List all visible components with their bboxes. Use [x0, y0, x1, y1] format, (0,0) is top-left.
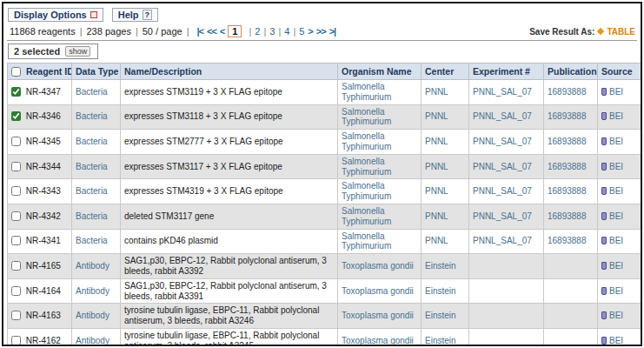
data-type-link[interactable]: Bacteria: [76, 211, 108, 221]
center-link[interactable]: PNNL: [425, 137, 448, 146]
reagent-description: expresses STM3117 + 3 X FLAG epitope: [124, 162, 282, 171]
col-header-center[interactable]: Center: [422, 64, 469, 80]
col-header-publication[interactable]: Publication: [544, 64, 598, 80]
reagent-id: NR-4164: [26, 286, 61, 296]
experiment-link[interactable]: PNNL_SAL_07: [473, 111, 532, 121]
organism-link[interactable]: Salmonella Typhimurium: [342, 131, 391, 151]
publication-link[interactable]: 16893888: [548, 137, 587, 146]
source-link[interactable]: BEI: [609, 336, 623, 345]
pagination-page-link[interactable]: 5: [299, 26, 304, 37]
source-link[interactable]: BEI: [609, 311, 623, 320]
data-type-link[interactable]: Bacteria: [76, 236, 108, 245]
organism-link[interactable]: Salmonella Typhimurium: [342, 82, 391, 102]
row-checkbox[interactable]: [11, 111, 21, 121]
row-checkbox[interactable]: [11, 236, 21, 245]
pagination-page-link[interactable]: 2: [255, 26, 260, 37]
data-type-link[interactable]: Antibody: [76, 311, 110, 320]
prev-page-button[interactable]: <: [220, 26, 224, 37]
organism-link[interactable]: Toxoplasma gondii: [342, 261, 414, 271]
source-link[interactable]: BEI: [609, 111, 623, 121]
col-header-name-description[interactable]: Name/Description: [121, 64, 338, 80]
organism-link[interactable]: Toxoplasma gondii: [342, 336, 414, 345]
source-link[interactable]: BEI: [609, 162, 623, 171]
fast-prev-button[interactable]: <<: [207, 26, 216, 37]
show-selected-button[interactable]: show: [65, 46, 90, 57]
col-header-reagent-id[interactable]: Reagent ID: [8, 64, 72, 80]
row-checkbox[interactable]: [11, 137, 21, 146]
center-link[interactable]: PNNL: [425, 162, 448, 171]
table-row: NR-4347 Bacteria expresses STM3119 + 3 X…: [8, 80, 641, 105]
row-checkbox[interactable]: [11, 261, 21, 271]
row-checkbox[interactable]: [11, 186, 21, 196]
next-page-button[interactable]: >: [308, 26, 312, 37]
center-link[interactable]: PNNL: [425, 211, 448, 221]
select-all-checkbox[interactable]: [11, 67, 21, 77]
center-link[interactable]: Einstein: [425, 336, 456, 345]
center-link[interactable]: Einstein: [425, 286, 456, 296]
save-as-table-link[interactable]: TABLE: [607, 27, 635, 37]
row-checkbox[interactable]: [11, 311, 21, 320]
experiment-link[interactable]: PNNL_SAL_07: [473, 211, 532, 221]
source-link[interactable]: BEI: [609, 211, 623, 221]
source-link[interactable]: BEI: [609, 261, 623, 271]
experiment-link[interactable]: PNNL_SAL_07: [473, 162, 532, 171]
experiment-link[interactable]: PNNL_SAL_07: [473, 87, 532, 97]
center-link[interactable]: PNNL: [425, 186, 448, 196]
display-options-button[interactable]: Display Options: [8, 8, 103, 22]
pagination-page-link[interactable]: 4: [284, 26, 289, 37]
center-link[interactable]: Einstein: [425, 261, 456, 271]
data-type-link[interactable]: Bacteria: [76, 186, 108, 196]
col-header-experiment[interactable]: Experiment #: [469, 64, 544, 80]
data-type-link[interactable]: Bacteria: [76, 87, 108, 97]
source-icon: [601, 112, 607, 120]
experiment-link[interactable]: PNNL_SAL_07: [473, 137, 532, 146]
col-header-organism-name[interactable]: Organism Name: [338, 64, 422, 80]
data-type-link[interactable]: Antibody: [76, 261, 110, 271]
source-link[interactable]: BEI: [609, 186, 623, 196]
row-checkbox[interactable]: [11, 162, 21, 171]
source-link[interactable]: BEI: [609, 286, 623, 296]
data-type-link[interactable]: Antibody: [76, 286, 110, 296]
organism-link[interactable]: Toxoplasma gondii: [342, 311, 414, 320]
center-link[interactable]: PNNL: [425, 87, 448, 97]
center-link[interactable]: PNNL: [425, 236, 448, 245]
data-type-link[interactable]: Bacteria: [76, 137, 108, 146]
organism-link[interactable]: Salmonella Typhimurium: [342, 107, 391, 127]
data-type-link[interactable]: Antibody: [76, 336, 110, 345]
last-page-button[interactable]: >|: [329, 26, 336, 37]
organism-link[interactable]: Salmonella Typhimurium: [342, 231, 391, 251]
publication-link[interactable]: 16893888: [548, 162, 587, 171]
row-checkbox[interactable]: [11, 286, 21, 296]
data-type-link[interactable]: Bacteria: [76, 111, 108, 121]
publication-link[interactable]: 16893888: [548, 211, 587, 221]
experiment-link[interactable]: PNNL_SAL_07: [473, 236, 532, 245]
organism-link[interactable]: Salmonella Typhimurium: [342, 206, 391, 226]
center-link[interactable]: PNNL: [425, 111, 448, 121]
row-checkbox[interactable]: [11, 87, 21, 97]
source-link[interactable]: BEI: [609, 236, 623, 245]
organism-link[interactable]: Toxoplasma gondii: [342, 286, 414, 296]
reagent-id: NR-4344: [26, 162, 61, 171]
first-page-button[interactable]: |<: [196, 26, 203, 37]
data-type-link[interactable]: Bacteria: [76, 162, 108, 171]
publication-link[interactable]: 16893888: [548, 186, 587, 196]
publication-link[interactable]: 16893888: [548, 236, 587, 245]
organism-link[interactable]: Salmonella Typhimurium: [342, 157, 391, 177]
col-header-data-type[interactable]: Data Type: [72, 64, 121, 80]
source-link[interactable]: BEI: [609, 137, 623, 146]
reagent-id: NR-4342: [26, 211, 61, 221]
fast-next-button[interactable]: >>: [316, 26, 326, 37]
row-checkbox[interactable]: [11, 211, 21, 221]
experiment-link[interactable]: PNNL_SAL_07: [473, 186, 532, 196]
pagination-page-link[interactable]: 3: [269, 26, 275, 37]
center-link[interactable]: Einstein: [425, 311, 456, 320]
help-button[interactable]: Help ?: [112, 8, 158, 22]
publication-link[interactable]: 16893888: [548, 87, 587, 97]
organism-link[interactable]: Salmonella Typhimurium: [342, 181, 391, 201]
save-result-area: Save Result As: TABLE: [529, 27, 635, 37]
publication-link[interactable]: 16893888: [548, 111, 587, 121]
col-header-source[interactable]: Source: [598, 64, 641, 80]
source-link[interactable]: BEI: [609, 87, 623, 97]
row-checkbox[interactable]: [11, 336, 21, 345]
reagent-id: NR-4165: [26, 261, 61, 271]
